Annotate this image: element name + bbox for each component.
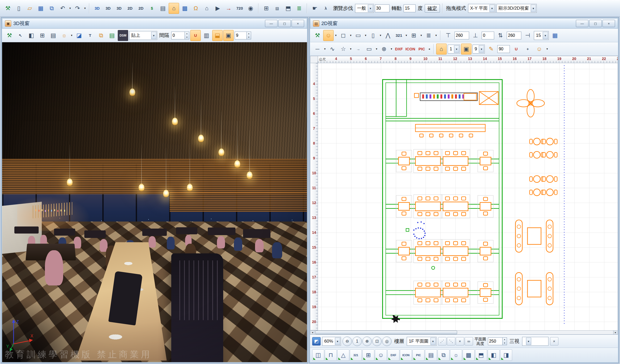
collapse-left-icon[interactable]: ◂: [428, 44, 431, 55]
dsm-icon[interactable]: DSM: [118, 30, 128, 41]
new-file-icon[interactable]: ▯: [14, 3, 24, 14]
dxf-import-icon[interactable]: ≣: [423, 30, 434, 41]
zoom-3d-icon[interactable]: 3D: [114, 3, 124, 14]
layout-tool-icon[interactable]: ◨: [500, 349, 512, 361]
floor-unlink-icon[interactable]: ×: [456, 337, 464, 345]
move-icon[interactable]: +: [522, 44, 533, 55]
caret-icon[interactable]: ▾: [349, 44, 352, 55]
copy-tool-icon[interactable]: ⧉: [438, 349, 450, 361]
layout-grid-icon[interactable]: ⊞: [37, 30, 48, 41]
flip-height-icon[interactable]: ⇅: [495, 30, 506, 41]
minimize-button[interactable]: —: [265, 20, 277, 27]
print-icon[interactable]: ▤: [158, 3, 168, 14]
panorama-720-icon[interactable]: 720: [234, 3, 245, 14]
wall-section-icon[interactable]: ⊣: [522, 30, 533, 41]
light-icon[interactable]: ☼: [59, 30, 69, 41]
layer-select[interactable]: 1: [448, 45, 460, 53]
dxf-button[interactable]: DXF: [394, 44, 404, 55]
print-tool-icon[interactable]: ▤: [425, 349, 437, 361]
caret-icon[interactable]: ▾: [323, 44, 327, 55]
solid-box-icon[interactable]: ⬒: [283, 3, 293, 14]
rect-select-icon[interactable]: ▭: [364, 44, 374, 55]
camera-path-icon[interactable]: ▶: [212, 3, 223, 14]
texture-icon[interactable]: T: [85, 30, 95, 41]
wall-base-input[interactable]: [482, 32, 494, 39]
caret-icon[interactable]: ▾: [83, 3, 87, 14]
close-button[interactable]: ×: [292, 20, 304, 27]
titlebar-2d[interactable]: ▤ 2D視窗 —◻×: [310, 18, 618, 29]
redo-icon[interactable]: ↷: [72, 3, 83, 14]
paste-mode-select[interactable]: 貼上: [129, 31, 157, 40]
pic-lib-icon[interactable]: PIC: [412, 349, 424, 361]
floor-select[interactable]: 1F 平面圖: [407, 337, 436, 346]
backdrop-image-icon[interactable]: ◪: [74, 30, 84, 41]
line-icon[interactable]: —: [312, 44, 323, 55]
floor-link-icon[interactable]: ∞: [465, 337, 473, 345]
angle-pencil-icon[interactable]: ✎: [486, 44, 496, 55]
viewport-3d[interactable]: Z X Y 教育訓練學習機版 禁止商業用: [2, 42, 307, 362]
zoom-select[interactable]: 60%: [322, 337, 341, 346]
figure-icon[interactable]: ☺: [534, 44, 544, 55]
browse-step-select[interactable]: 一般: [355, 4, 374, 13]
caret-icon[interactable]: ▾: [420, 30, 423, 41]
select-cursor-icon[interactable]: ↖: [15, 30, 26, 41]
wall-top-input[interactable]: [454, 32, 469, 39]
door-icon[interactable]: ◻: [338, 30, 349, 41]
export-doc-icon[interactable]: ▤: [107, 30, 117, 41]
material-tool-icon[interactable]: ◧: [488, 349, 500, 361]
hatch-icon[interactable]: ▦: [550, 30, 560, 41]
angle-input[interactable]: [497, 45, 510, 53]
home-icon[interactable]: ⌂: [202, 3, 212, 14]
pan-button[interactable]: ◎: [382, 337, 392, 346]
scroll-right-button[interactable]: ▸: [613, 331, 618, 334]
scroll-left-button[interactable]: ◂: [310, 331, 315, 334]
caret-icon[interactable]: ▾: [545, 44, 549, 55]
save-all-icon[interactable]: ⧉: [46, 3, 57, 14]
stairs-icon[interactable]: ⋀: [383, 30, 393, 41]
floorplan-icon[interactable]: ⌂: [169, 3, 179, 14]
zoom-actual-button[interactable]: 1: [352, 337, 362, 346]
tool-settings-icon[interactable]: ⚒: [4, 30, 15, 41]
budget-icon[interactable]: $: [147, 3, 157, 14]
lock-icon[interactable]: ▣: [461, 44, 471, 55]
render-image-icon[interactable]: ▩: [180, 3, 190, 14]
drag-mode-select[interactable]: X-Y 平面: [468, 4, 495, 13]
measure-tool-icon[interactable]: △: [337, 349, 349, 361]
cabinet-box-icon[interactable]: ▥: [201, 30, 212, 41]
zoom-in-button[interactable]: ⊕: [362, 337, 372, 346]
zoom-out-button[interactable]: ⊖: [343, 337, 352, 346]
caret-icon[interactable]: ▾: [70, 30, 73, 41]
screen-tool-icon[interactable]: ⬒: [475, 349, 487, 361]
pic-button[interactable]: PIC: [417, 44, 427, 55]
caret-icon[interactable]: ▾: [349, 30, 352, 41]
grid-tool-icon[interactable]: ⊞: [362, 349, 374, 361]
person-icon[interactable]: ☺: [323, 30, 334, 41]
star-icon[interactable]: ☆: [338, 44, 349, 55]
open-folder-icon[interactable]: ▱: [25, 3, 35, 14]
dimension-321-icon[interactable]: 321: [394, 30, 404, 41]
wall-top-icon[interactable]: ⊤: [443, 30, 453, 41]
light-tool-icon[interactable]: ☼: [450, 349, 462, 361]
zoom-mode-icon[interactable]: ◩: [312, 337, 321, 345]
close-button[interactable]: ×: [603, 20, 615, 27]
step-input[interactable]: [375, 4, 389, 12]
wall-base-icon[interactable]: ⊥: [470, 30, 481, 41]
close-panel-button[interactable]: ×: [550, 337, 558, 345]
view-3d-icon[interactable]: 3D: [92, 3, 102, 14]
wall-thickness-select[interactable]: 15: [534, 31, 549, 40]
caret-icon[interactable]: ▾: [334, 30, 338, 41]
camera-icon[interactable]: ◉: [245, 3, 256, 14]
plan-height-input[interactable]: [488, 337, 503, 345]
plan-height-spinner[interactable]: [503, 337, 507, 345]
circle-cross-icon[interactable]: ⊗: [379, 44, 389, 55]
maximize-button[interactable]: ◻: [278, 20, 291, 27]
material-box-icon[interactable]: ⬓: [212, 30, 223, 41]
column-icon[interactable]: ▯: [368, 30, 378, 41]
dxf-tool-icon[interactable]: DXF: [387, 349, 399, 361]
horizontal-scrollbar[interactable]: ◂ ▸: [310, 330, 618, 335]
layer-list-icon[interactable]: ≣: [294, 3, 304, 14]
layer-house-icon[interactable]: ⌂: [436, 44, 447, 55]
show-windows-select[interactable]: 顯示3D/2D視窗: [497, 4, 537, 13]
scrollbar-thumb[interactable]: [315, 331, 457, 334]
caret-icon[interactable]: ▾: [364, 30, 367, 41]
